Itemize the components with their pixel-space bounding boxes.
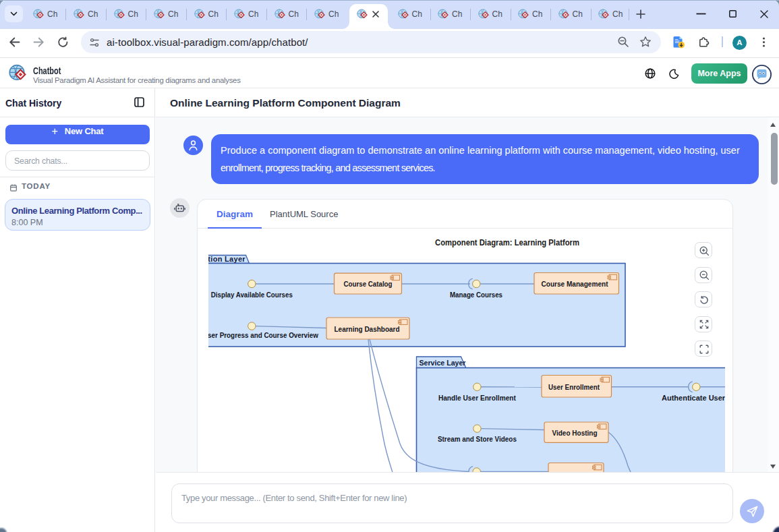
svg-text:Service Layer: Service Layer [420, 359, 467, 367]
svg-text:Manage Courses: Manage Courses [450, 290, 502, 298]
svg-text:Handle User Enrollment: Handle User Enrollment [438, 393, 516, 401]
svg-text:Component Diagram: Learning Pl: Component Diagram: Learning Platform [435, 238, 579, 247]
svg-text:Course Catalog: Course Catalog [344, 280, 393, 288]
svg-text:User Enrollment: User Enrollment [548, 382, 600, 390]
svg-text:Course Management: Course Management [542, 280, 608, 288]
svg-text:Stream and Store Videos: Stream and Store Videos [438, 435, 517, 443]
svg-text:User Progress and Course Overv: User Progress and Course Overview [208, 330, 318, 338]
svg-text:Display Available Courses: Display Available Courses [211, 290, 293, 298]
svg-text:Learning Dashboard: Learning Dashboard [335, 324, 400, 332]
svg-text:Video Hosting: Video Hosting [552, 428, 598, 436]
svg-text:Presentation Layer: Presentation Layer [208, 254, 246, 262]
svg-text:Authenticate Users: Authenticate Users [662, 393, 725, 401]
